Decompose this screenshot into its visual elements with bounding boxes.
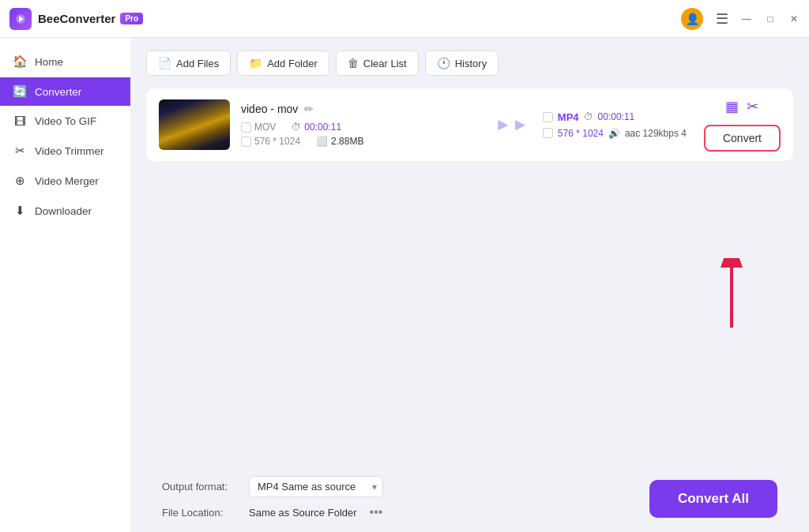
format-checkbox[interactable] [241, 122, 251, 133]
sidebar-item-home[interactable]: 🏠 Home [0, 47, 130, 76]
output-format-row: MP4 ⏱ 00:00:11 [543, 111, 687, 123]
clock-icon-small: ⏱ [292, 122, 301, 133]
gif-icon: 🎞 [13, 114, 27, 128]
cut-icon[interactable]: ✂ [747, 98, 758, 115]
sidebar-item-label-downloader: Downloader [35, 205, 92, 217]
input-size: 2.88MB [331, 136, 363, 147]
thumbnail-image [159, 99, 230, 150]
file-name-row: video - mov ✏ [241, 103, 481, 115]
history-icon: 🕐 [437, 57, 450, 69]
user-avatar[interactable]: 👤 [681, 8, 703, 30]
output-res-checkbox[interactable] [543, 128, 553, 138]
downloader-icon: ⬇ [13, 204, 27, 218]
input-resolution: 576 * 1024 [254, 136, 300, 147]
file-info: video - mov ✏ MOV ⏱ 00:00:11 [241, 103, 481, 147]
convert-button[interactable]: Convert [704, 125, 781, 152]
maximize-button[interactable]: □ [765, 13, 776, 24]
titlebar: BeeConverter Pro 👤 ☰ — □ ✕ [0, 0, 809, 38]
sidebar-item-label-merger: Video Merger [35, 175, 99, 187]
arrow-right-icon: ►► [495, 114, 529, 135]
sidebar-item-video-to-gif[interactable]: 🎞 Video To GIF [0, 107, 130, 135]
duration-item: ⏱ 00:00:11 [292, 122, 341, 133]
res-checkbox[interactable] [241, 137, 251, 147]
add-files-button[interactable]: 📄 Add Files [146, 51, 231, 76]
add-folder-button[interactable]: 📁 Add Folder [237, 51, 329, 76]
home-icon: 🏠 [13, 54, 27, 69]
input-format: MOV [254, 122, 276, 133]
output-audio: aac 129kbps 4 [625, 128, 687, 139]
format-item: MOV [241, 122, 276, 133]
trimmer-icon: ✂ [13, 144, 27, 158]
output-format-select[interactable]: MP4 Same as source [249, 476, 383, 497]
sidebar-item-video-trimmer[interactable]: ✂ Video Trimmer [0, 137, 130, 165]
card-actions: ▦ ✂ Convert [704, 98, 781, 152]
input-duration: 00:00:11 [304, 122, 341, 133]
close-button[interactable]: ✕ [788, 13, 800, 24]
output-format-select-wrapper: MP4 Same as source [249, 476, 383, 497]
output-format-label: Output format: [162, 481, 241, 493]
sidebar: 🏠 Home 🔄 Converter 🎞 Video To GIF ✂ Vide… [0, 38, 130, 532]
sidebar-item-downloader[interactable]: ⬇ Downloader [0, 197, 130, 225]
file-location-row: File Location: Same as Source Folder ••• [162, 504, 387, 521]
annotation-arrow [716, 258, 747, 332]
action-icons-row: ▦ ✂ [725, 98, 758, 115]
convert-all-button[interactable]: Convert All [649, 480, 777, 518]
output-format: MP4 [558, 111, 579, 123]
file-location-label: File Location: [162, 507, 241, 519]
content-area: 📄 Add Files 📁 Add Folder 🗑 Clear List 🕐 … [130, 38, 809, 532]
converter-icon: 🔄 [13, 84, 27, 99]
add-folder-icon: 📁 [249, 57, 262, 69]
clear-list-button[interactable]: 🗑 Clear List [336, 51, 419, 76]
sidebar-item-label-converter: Converter [35, 86, 81, 98]
file-thumbnail [159, 99, 230, 150]
toolbar: 📄 Add Files 📁 Add Folder 🗑 Clear List 🕐 … [146, 51, 793, 76]
size-item: ⬜ 2.88MB [316, 136, 363, 147]
output-format-checkbox[interactable] [543, 112, 553, 122]
history-button[interactable]: 🕐 History [425, 51, 499, 76]
sidebar-item-label-trimmer: Video Trimmer [35, 145, 104, 157]
clear-list-label: Clear List [363, 58, 407, 69]
resolution-item: 576 * 1024 [241, 136, 300, 147]
app-logo [9, 8, 32, 30]
output-format-row: Output format: MP4 Same as source [162, 476, 387, 497]
bottom-bar: Output format: MP4 Same as source File L… [146, 465, 793, 532]
conversion-arrow: ►► [492, 114, 532, 135]
main-layout: 🏠 Home 🔄 Converter 🎞 Video To GIF ✂ Vide… [0, 38, 809, 532]
merger-icon: ⊕ [13, 174, 27, 188]
file-name: video - mov [241, 103, 298, 115]
output-resolution: 576 * 1024 [558, 128, 604, 139]
sidebar-item-label-gif: Video To GIF [35, 115, 96, 127]
copy-settings-icon[interactable]: ▦ [725, 98, 739, 115]
sidebar-item-converter[interactable]: 🔄 Converter [0, 77, 130, 106]
output-duration: 00:00:11 [598, 111, 635, 122]
output-clock-icon: ⏱ [584, 111, 593, 122]
file-meta: MOV ⏱ 00:00:11 [241, 122, 481, 133]
file-location-value: Same as Source Folder [249, 507, 357, 519]
menu-icon[interactable]: ☰ [716, 10, 728, 28]
pro-badge: Pro [120, 13, 143, 24]
output-audio-icon: 🔊 [608, 128, 620, 139]
add-files-icon: 📄 [158, 57, 171, 69]
size-icon: ⬜ [316, 136, 328, 147]
file-list: video - mov ✏ MOV ⏱ 00:00:11 [146, 88, 793, 465]
add-files-label: Add Files [176, 58, 219, 69]
edit-icon[interactable]: ✏ [304, 103, 314, 115]
file-card: video - mov ✏ MOV ⏱ 00:00:11 [146, 88, 793, 161]
bottom-options: Output format: MP4 Same as source File L… [162, 476, 387, 521]
sidebar-item-label-home: Home [35, 56, 63, 68]
add-folder-label: Add Folder [267, 58, 318, 69]
file-location-more-icon[interactable]: ••• [365, 504, 388, 521]
sidebar-item-video-merger[interactable]: ⊕ Video Merger [0, 167, 130, 195]
clear-icon: 🗑 [348, 57, 359, 69]
minimize-button[interactable]: — [741, 13, 752, 24]
file-meta-2: 576 * 1024 ⬜ 2.88MB [241, 136, 481, 147]
output-info: MP4 ⏱ 00:00:11 576 * 1024 🔊 aac 129kbps … [543, 111, 687, 139]
app-name: BeeConverter [38, 12, 115, 25]
output-res-row: 576 * 1024 🔊 aac 129kbps 4 [543, 128, 687, 139]
history-label: History [455, 58, 487, 69]
window-controls: 👤 ☰ — □ ✕ [681, 8, 800, 30]
